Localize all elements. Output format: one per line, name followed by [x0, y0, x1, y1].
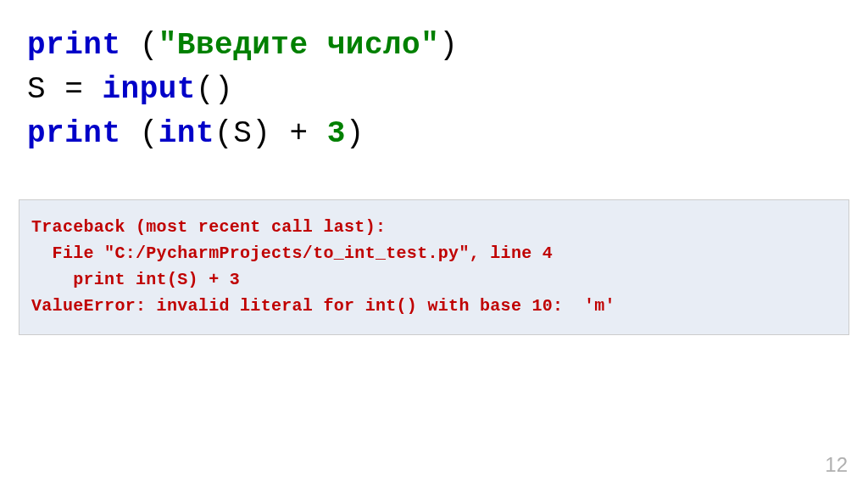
traceback-line: File "C:/PycharmProjects/to_int_test.py"… — [31, 244, 553, 263]
traceback-line: ValueError: invalid literal for int() wi… — [31, 296, 615, 316]
code-line-2: S = input() — [27, 68, 841, 112]
traceback-line: Traceback (most recent call last): — [31, 217, 386, 237]
traceback-line: print int(S) + 3 — [31, 270, 240, 289]
keyword-input: input — [102, 72, 196, 107]
code-text: S = — [27, 72, 102, 107]
keyword-print: print — [27, 116, 121, 151]
traceback-block: Traceback (most recent call last): File … — [19, 199, 849, 335]
code-text: ) — [346, 116, 364, 151]
keyword-int: int — [159, 116, 214, 151]
code-line-1: print ("Введите число") — [27, 24, 841, 68]
keyword-print: print — [27, 28, 121, 63]
code-text: ( — [121, 116, 159, 151]
code-block: print ("Введите число") S = input() prin… — [0, 0, 868, 174]
code-text: () — [196, 72, 233, 107]
code-text: ( — [121, 28, 159, 63]
code-text: ) — [439, 28, 458, 63]
number-literal: 3 — [327, 116, 346, 151]
code-line-3: print (int(S) + 3) — [27, 112, 841, 156]
page-number: 12 — [825, 453, 848, 477]
code-text: (S) + — [214, 116, 327, 151]
string-literal: "Введите число" — [159, 28, 440, 63]
